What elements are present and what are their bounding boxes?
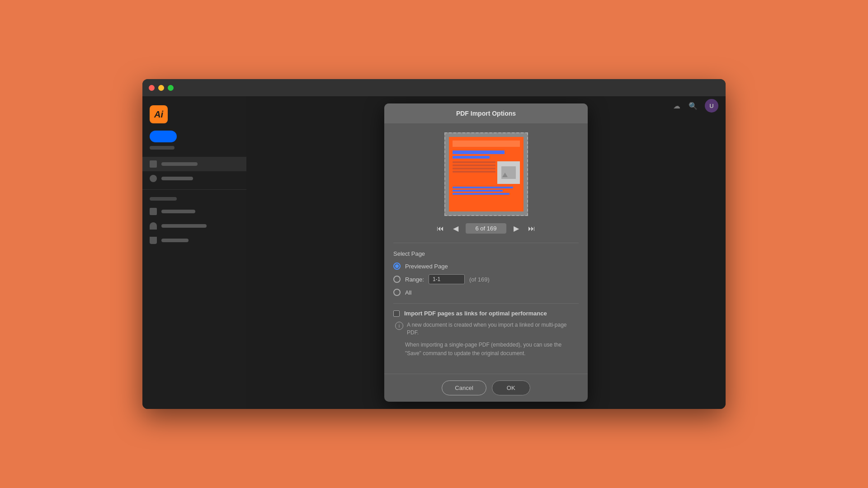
sidebar-item-label xyxy=(161,162,198,166)
page-image-inner xyxy=(501,166,516,179)
minimize-button[interactable] xyxy=(158,85,164,91)
page-preview xyxy=(449,137,524,211)
prev-page-button[interactable]: ◀ xyxy=(451,223,460,234)
next-page-button[interactable]: ▶ xyxy=(512,223,521,234)
close-button[interactable] xyxy=(149,85,155,91)
range-total: (of 169) xyxy=(469,276,490,283)
page-line xyxy=(453,171,495,173)
traffic-lights xyxy=(149,85,174,91)
select-page-section: Select Page Previewed Page xyxy=(393,243,579,296)
radio-range[interactable]: Range: (of 169) xyxy=(393,274,579,284)
page-blue-line xyxy=(453,187,513,188)
last-page-button[interactable]: ⏭ xyxy=(526,224,537,234)
pdf-import-dialog: PDF Import Options xyxy=(384,103,588,401)
sidebar-item-deleted[interactable] xyxy=(142,233,246,248)
import-links-checkbox-item[interactable]: Import PDF pages as links for optimal pe… xyxy=(393,310,579,317)
info-icon: i xyxy=(395,322,403,330)
info-text-1: A new document is created when you impor… xyxy=(407,321,579,337)
page-subtitle-bar xyxy=(453,156,490,159)
file-icon xyxy=(150,208,157,215)
new-button[interactable] xyxy=(150,131,177,142)
radio-range-input[interactable] xyxy=(393,276,401,283)
home-icon xyxy=(150,160,157,168)
radio-all-input[interactable] xyxy=(393,289,401,296)
person-icon xyxy=(150,222,157,230)
dialog-title-bar: PDF Import Options xyxy=(384,103,588,123)
sidebar-sublabel xyxy=(150,146,175,150)
page-indicator: 6 of 169 xyxy=(466,223,506,234)
page-header-bar xyxy=(453,141,520,147)
preview-container xyxy=(393,132,579,216)
info-note-1: i A new document is created when you imp… xyxy=(393,321,579,337)
pagination-controls: ⏮ ◀ 6 of 169 ▶ ⏭ xyxy=(393,223,579,234)
page-blue-lines xyxy=(453,187,520,195)
first-page-button[interactable]: ⏮ xyxy=(435,224,446,234)
cancel-button[interactable]: Cancel xyxy=(442,380,486,395)
sidebar-item-home[interactable] xyxy=(142,157,246,171)
radio-all[interactable]: All xyxy=(393,289,579,296)
import-links-label: Import PDF pages as links for optimal pe… xyxy=(404,310,547,317)
range-text-input[interactable] xyxy=(429,274,465,284)
page-line xyxy=(453,164,495,166)
dialog-body: ⏮ ◀ 6 of 169 ▶ ⏭ Select Page xyxy=(384,123,588,373)
checkbox-section: Import PDF pages as links for optimal pe… xyxy=(393,303,579,357)
page-text-lines xyxy=(453,161,495,184)
sidebar-section-label xyxy=(150,197,177,201)
sidebar-item-label xyxy=(161,224,207,228)
radio-all-label: All xyxy=(405,289,411,296)
sidebar: Ai xyxy=(142,96,246,409)
page-blue-line xyxy=(453,193,510,195)
sidebar-item-discover[interactable] xyxy=(142,171,246,186)
radio-previewed-page[interactable]: Previewed Page xyxy=(393,263,579,270)
modal-overlay: PDF Import Options xyxy=(246,96,726,409)
lightbulb-icon xyxy=(150,175,157,182)
sidebar-header: Ai xyxy=(142,102,246,131)
page-content-row xyxy=(453,161,520,184)
info-text-2: When importing a single-page PDF (embedd… xyxy=(405,342,561,357)
info-note-2: When importing a single-page PDF (embedd… xyxy=(393,340,579,357)
radio-group: Previewed Page Range: (of 169) xyxy=(393,263,579,296)
page-image-placeholder xyxy=(497,161,520,184)
sidebar-item-people[interactable] xyxy=(142,219,246,233)
page-thumbnail xyxy=(444,132,528,216)
ok-button[interactable]: OK xyxy=(492,380,530,395)
page-title-bar xyxy=(453,150,505,154)
import-links-checkbox[interactable] xyxy=(393,310,400,317)
dialog-buttons: Cancel OK xyxy=(384,374,588,402)
sidebar-item-label xyxy=(161,177,193,180)
sidebar-item-label xyxy=(161,239,189,242)
maximize-button[interactable] xyxy=(168,85,174,91)
select-page-title: Select Page xyxy=(393,250,579,257)
sidebar-item-label xyxy=(161,210,195,213)
dialog-title: PDF Import Options xyxy=(393,110,579,117)
page-blue-line xyxy=(453,190,503,192)
radio-range-label: Range: xyxy=(405,276,424,283)
app-body: Ai xyxy=(142,96,726,409)
radio-previewed-label: Previewed Page xyxy=(405,263,448,270)
main-content: ☁ 🔍 U PDF Import Options xyxy=(246,96,726,409)
ai-logo: Ai xyxy=(150,105,168,123)
sidebar-divider xyxy=(142,189,246,190)
title-bar xyxy=(142,79,726,96)
app-window: Ai xyxy=(142,79,726,409)
radio-previewed-input[interactable] xyxy=(393,263,401,270)
page-line xyxy=(453,161,495,163)
page-line xyxy=(453,168,495,169)
sidebar-item-files[interactable] xyxy=(142,204,246,219)
trash-icon xyxy=(150,237,157,244)
